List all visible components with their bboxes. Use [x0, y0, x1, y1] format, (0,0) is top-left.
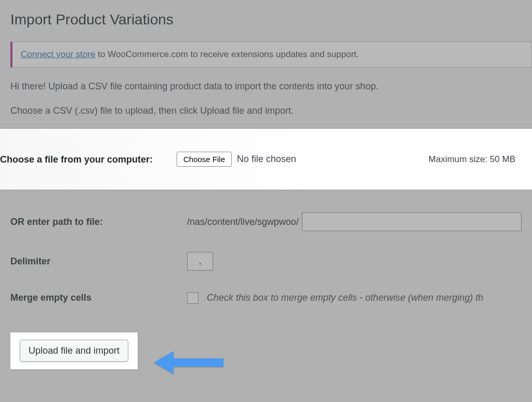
merge-label: Merge empty cells: [10, 291, 187, 304]
pointer-arrow-icon: [151, 348, 229, 377]
delimiter-label: Delimiter: [10, 255, 187, 267]
store-connect-notice: Connect your store to WooCommerce.com to…: [10, 42, 532, 68]
intro-text-2: Choose a CSV (.csv) file to upload, then…: [10, 104, 532, 117]
intro-text-1: Hi there! Upload a CSV file containing p…: [10, 80, 532, 93]
submit-panel: Upload file and import: [10, 332, 138, 369]
notice-text: to WooCommerce.com to receive extensions…: [96, 49, 359, 59]
connect-store-link[interactable]: Connect your store: [21, 49, 96, 59]
choose-file-label: Choose a file from your computer:: [0, 153, 177, 166]
merge-help-text: Check this box to merge empty cells - ot…: [207, 292, 483, 303]
path-input[interactable]: [302, 212, 522, 231]
merge-row: Merge empty cells Check this box to merg…: [10, 281, 532, 314]
merge-checkbox[interactable]: [187, 292, 198, 304]
delimiter-input[interactable]: [187, 252, 213, 271]
page-title: Import Product Variations: [10, 5, 532, 28]
choose-file-button[interactable]: Choose File: [177, 152, 232, 167]
delimiter-row: Delimiter: [10, 242, 532, 281]
choose-file-panel: Choose a file from your computer: Choose…: [0, 129, 532, 190]
path-row: OR enter path to file: /nas/content/live…: [10, 202, 532, 242]
max-file-size: Maximum size: 50 MB: [429, 154, 522, 165]
path-prefix: /nas/content/live/sgwpwoo/: [187, 217, 299, 227]
path-label: OR enter path to file:: [10, 216, 187, 228]
file-chosen-status: No file chosen: [237, 154, 296, 165]
upload-import-button[interactable]: Upload file and import: [20, 340, 128, 362]
